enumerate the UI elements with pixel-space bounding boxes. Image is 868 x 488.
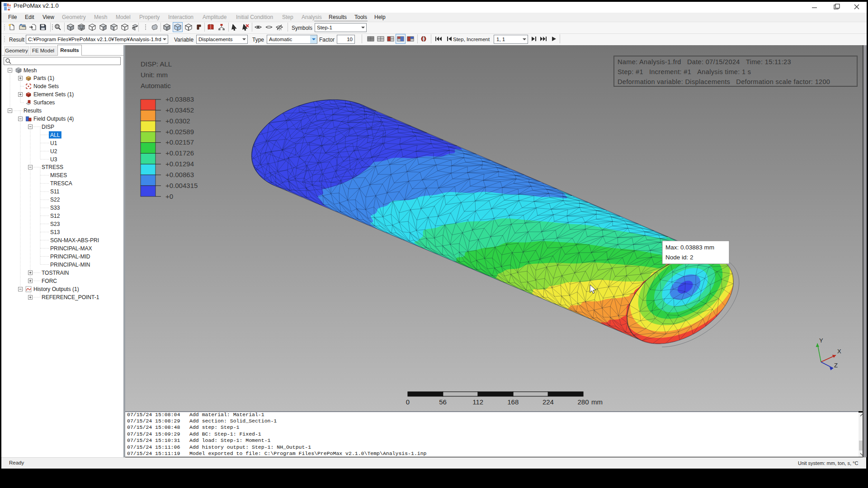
svg-text:MISES: MISES	[50, 172, 67, 178]
svg-text:Field Outputs (4): Field Outputs (4)	[33, 116, 74, 122]
svg-text:Unit: mm: Unit: mm	[141, 71, 168, 79]
svg-text:FORC: FORC	[42, 278, 57, 284]
svg-text:U2: U2	[50, 148, 57, 155]
svg-text:S33: S33	[50, 205, 60, 211]
svg-text:Node id: 2: Node id: 2	[665, 254, 693, 261]
svg-text:DISP: ALL: DISP: ALL	[141, 60, 172, 68]
svg-text:+0.01294: +0.01294	[165, 160, 194, 168]
svg-text:Node Sets: Node Sets	[33, 83, 59, 89]
svg-text:+0.02589: +0.02589	[165, 128, 194, 136]
svg-text:mm: mm	[591, 398, 603, 406]
svg-text:168: 168	[507, 398, 519, 406]
svg-text:STRESS: STRESS	[42, 164, 63, 170]
svg-text:+0.0302: +0.0302	[165, 117, 190, 125]
svg-text:112: 112	[472, 398, 483, 406]
svg-text:+0.00863: +0.00863	[165, 171, 194, 178]
svg-text:S13: S13	[50, 229, 60, 235]
svg-text:S22: S22	[50, 197, 60, 203]
svg-text:S11: S11	[50, 188, 60, 195]
svg-text:PRINCIPAL-MID: PRINCIPAL-MID	[50, 253, 90, 260]
svg-text:Z: Z	[834, 362, 838, 369]
svg-text:S12: S12	[50, 213, 60, 219]
svg-text:Automatic: Automatic	[141, 82, 171, 89]
svg-text:Y: Y	[819, 337, 823, 344]
svg-text:SGN-MAX-ABS-PRI: SGN-MAX-ABS-PRI	[50, 237, 99, 244]
svg-text:TRESCA: TRESCA	[50, 180, 72, 187]
svg-text:+0.004315: +0.004315	[165, 182, 198, 189]
svg-text:0: 0	[406, 398, 410, 406]
svg-text:+0.03883: +0.03883	[165, 95, 194, 103]
svg-text:Step: #1 Increment: #1 Ana: Step: #1 Increment: #1 Analysis time: 1 …	[618, 68, 751, 75]
svg-text:X: X	[837, 348, 841, 355]
svg-text:+0: +0	[165, 192, 173, 200]
svg-text:TOSTRAIN: TOSTRAIN	[42, 270, 69, 276]
svg-text:Parts (1): Parts (1)	[33, 75, 54, 81]
svg-text:S23: S23	[50, 221, 60, 227]
svg-text:Name: Analysis-1.frd Date: 0: Name: Analysis-1.frd Date: 07/15/2024 Ti…	[618, 58, 791, 66]
svg-text:PRINCIPAL-MAX: PRINCIPAL-MAX	[50, 245, 92, 252]
svg-text:+0.02157: +0.02157	[165, 138, 194, 146]
svg-text:280: 280	[577, 398, 589, 406]
svg-text:Results: Results	[24, 108, 42, 114]
svg-text:DISP: DISP	[42, 124, 54, 130]
svg-text:Surfaces: Surfaces	[33, 99, 55, 106]
svg-text:PRINCIPAL-MIN: PRINCIPAL-MIN	[50, 262, 90, 268]
svg-text:Max: 0.03883 mm: Max: 0.03883 mm	[665, 244, 714, 251]
svg-text:REFERENCE_POINT-1: REFERENCE_POINT-1	[42, 294, 99, 300]
svg-text:U1: U1	[50, 140, 57, 146]
svg-text:56: 56	[439, 398, 447, 406]
svg-text:Deformation variable: Displace: Deformation variable: Displacements Defo…	[618, 78, 830, 85]
svg-text:ALL: ALL	[50, 132, 60, 138]
svg-text:Mesh: Mesh	[24, 67, 37, 74]
svg-text:History Outputs (1): History Outputs (1)	[33, 286, 79, 292]
svg-text:Element Sets (1): Element Sets (1)	[33, 91, 74, 98]
svg-text:224: 224	[542, 398, 554, 406]
svg-text:U3: U3	[50, 156, 57, 163]
svg-text:+0.03452: +0.03452	[165, 106, 194, 114]
svg-text:+0.01726: +0.01726	[165, 149, 194, 157]
